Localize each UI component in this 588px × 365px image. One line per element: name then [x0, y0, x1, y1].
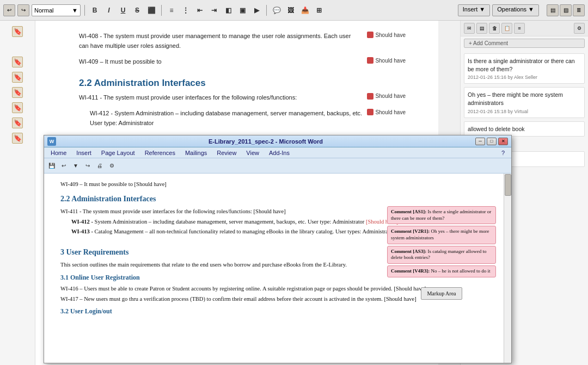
word-title: E-Library_2011_spec-2 - Microsoft Word [56, 138, 475, 145]
view-btn1[interactable]: ▤ [547, 4, 559, 16]
word-redo-btn[interactable]: ↪ [82, 160, 93, 171]
wi412-row: WI-412 - System Administration – includi… [79, 109, 406, 132]
comment-card-1: Is there a single administrator or there… [464, 53, 585, 84]
balloon-as3: Comment [AS3]: Is catalog manager allowe… [387, 246, 496, 264]
insert-btn2[interactable]: 📥 [299, 4, 311, 16]
bg-toolbar: ↩ ↪ Normal ▼ B I U S ⬛ ≡ ⋮ ⇤ ⇥ ◧ ▣ ▶ 💬 🖼… [0, 0, 588, 21]
rp-icon-1[interactable]: ✉ [464, 23, 475, 34]
restore-btn[interactable]: □ [487, 138, 497, 145]
underline-btn[interactable]: U [117, 4, 129, 16]
align-right-btn[interactable]: ▶ [250, 4, 262, 16]
wi409-badge-text: Should have [375, 58, 406, 64]
comment-btn[interactable]: 💬 [271, 4, 283, 16]
word-qat: 💾 ↩ ▼ ↪ 🖨 ⚙ [44, 158, 511, 174]
rp-icon-3[interactable]: 🗑 [489, 23, 500, 34]
indent-btn[interactable]: ⇥ [208, 4, 220, 16]
menu-view[interactable]: View [242, 149, 264, 157]
view-btn3[interactable]: ≣ [573, 4, 585, 16]
sidebar-icon-5[interactable]: 🔖 [12, 102, 23, 113]
section22-heading: 2.2 Administration Interfaces [79, 78, 406, 89]
menu-insert[interactable]: Insert [72, 149, 96, 157]
wi412-badge-text: Should have [375, 109, 406, 115]
menu-page-layout[interactable]: Page Layout [97, 149, 139, 157]
list-unordered-btn[interactable]: ⋮ [180, 4, 192, 16]
menu-help-icon[interactable]: ? [497, 149, 509, 157]
highlight-btn[interactable]: ⬛ [145, 4, 157, 16]
sidebar-icon-1[interactable]: 🔖 [12, 26, 23, 37]
word-save-btn[interactable]: 💾 [46, 160, 57, 171]
wi411-text: WI-411 - The system must provide user in… [79, 93, 367, 103]
comment-1-text: Is there a single administrator or there… [468, 57, 581, 73]
wi409-text: WI-409 – It must be possible to [79, 57, 367, 67]
wi411-badge-text: Should have [375, 93, 406, 99]
rp-icon-4[interactable]: 📋 [501, 23, 512, 34]
wi411-row: WI-411 - The system must provide user in… [79, 93, 406, 107]
view-btn2[interactable]: ▨ [560, 4, 572, 16]
balloon-v4r3-text: No – he is not allowed to do it [431, 268, 490, 274]
bg-undo-btn[interactable]: ↩ [3, 4, 15, 16]
should-icon-3 [367, 93, 373, 100]
sidebar-icon-2[interactable]: 🔖 [12, 57, 23, 67]
rp-icon-2[interactable]: ▤ [476, 23, 487, 34]
word-extra-btn[interactable]: ⚙ [106, 160, 117, 171]
balloon-as1-label: Comment [AS1]: [391, 209, 426, 214]
align-center-btn[interactable]: ▣ [236, 4, 248, 16]
wi412-badge: Should have [367, 109, 406, 115]
menu-addins[interactable]: Add-Ins [265, 149, 294, 157]
style-dropdown[interactable]: Normal ▼ [32, 4, 81, 16]
menu-references[interactable]: References [140, 149, 180, 157]
italic-btn[interactable]: I [103, 4, 115, 16]
add-comment-btn[interactable]: + Add Comment [464, 39, 585, 48]
word-scrollbar[interactable] [504, 174, 511, 363]
window-buttons: ─ □ ✕ [475, 138, 508, 145]
word-undo-btn[interactable]: ↩ [58, 160, 69, 171]
outdent-btn[interactable]: ⇤ [194, 4, 206, 16]
list-ordered-btn[interactable]: ≡ [166, 4, 177, 16]
strikethrough-btn[interactable]: S [131, 4, 143, 16]
align-left-btn[interactable]: ◧ [222, 4, 234, 16]
word-doc-content[interactable]: WI-409 – It must be possible to [Should … [44, 174, 504, 363]
word-titlebar: W E-Library_2011_spec-2 - Microsoft Word… [44, 135, 511, 147]
minimize-btn[interactable]: ─ [475, 138, 485, 145]
wi408-text: WI-408 - The system must provide user ma… [79, 32, 367, 51]
bg-redo-btn[interactable]: ↪ [17, 4, 29, 16]
word-wi412-label: WI-412 - [71, 219, 93, 225]
close-btn[interactable]: ✕ [498, 138, 508, 145]
comment-2-meta: 2012-01-26 15:18 by Virtual [468, 109, 581, 114]
table-btn[interactable]: ⊞ [313, 4, 325, 16]
sidebar-icon-6[interactable]: 🔖 [12, 117, 23, 128]
word-scroll-thumb[interactable] [505, 174, 511, 196]
bg-sidebar: 🔖 🔖 🔖 🔖 🔖 🔖 🔖 [0, 21, 35, 365]
toolbar-sep-3 [266, 5, 267, 16]
should-icon-4 [367, 109, 373, 115]
rp-icon-settings[interactable]: ⚙ [574, 23, 585, 34]
balloon-v4r3-label: Comment [V4R3]: [391, 268, 430, 274]
wi409-row: WI-409 – It must be possible to Should h… [79, 57, 406, 71]
balloon-v2r1: Comment [V2R1]: Oh yes – there might be … [387, 226, 496, 244]
sidebar-icon-7[interactable]: 🔖 [12, 133, 23, 144]
insert-menu[interactable]: Insert ▼ [458, 4, 490, 16]
rp-icon-5[interactable]: ≡ [514, 23, 525, 34]
word-print-btn[interactable]: 🖨 [94, 160, 105, 171]
toolbar-sep-1 [84, 5, 85, 16]
word-app-icon: W [47, 137, 56, 146]
word-comment-area: Comment [AS1]: Is there a single adminis… [387, 206, 496, 300]
comment-card-2: Oh yes – there might be more system admi… [464, 87, 585, 117]
wi408-row: WI-408 - The system must provide user ma… [79, 32, 406, 55]
word-window: W E-Library_2011_spec-2 - Microsoft Word… [44, 135, 512, 363]
word-section22: 2.2 Administration Interfaces [60, 193, 493, 205]
word-wi413-text: Catalog Management – all non-technical f… [95, 228, 235, 234]
markup-area-btn[interactable]: Markup Area [421, 287, 462, 300]
insert-img-btn[interactable]: 🖼 [285, 4, 297, 16]
style-label: Normal [34, 7, 53, 14]
bold-btn[interactable]: B [89, 4, 101, 16]
menu-mailings[interactable]: Mailings [181, 149, 211, 157]
menu-home[interactable]: Home [46, 149, 71, 157]
operations-menu[interactable]: Operations ▼ [492, 4, 539, 16]
sidebar-icon-4[interactable]: 🔖 [12, 87, 23, 98]
sidebar-icon-3[interactable]: 🔖 [12, 72, 23, 83]
wi408-badge: Should have [367, 32, 406, 38]
wi409-badge: Should have [367, 57, 406, 64]
word-undo-arrow[interactable]: ▼ [70, 160, 81, 171]
menu-review[interactable]: Review [212, 149, 241, 157]
